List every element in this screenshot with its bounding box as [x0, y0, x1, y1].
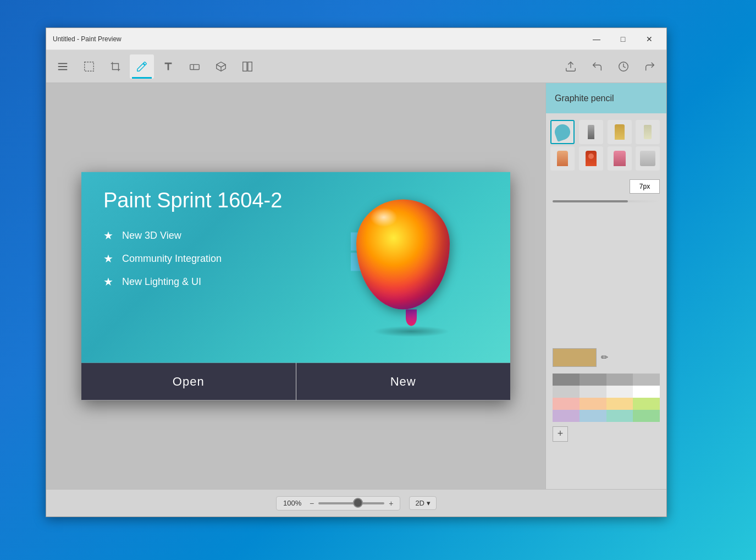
- crop-tool-button[interactable]: [103, 54, 128, 79]
- draw-tool-button[interactable]: [130, 54, 154, 79]
- brush-size-row: 7px: [546, 177, 666, 196]
- star-icon-3: ★: [103, 275, 113, 288]
- text-tool-button[interactable]: [156, 54, 180, 79]
- ball-pin: [406, 310, 417, 326]
- status-bar: 100% − + 2D ▾: [46, 489, 666, 517]
- canvas-area[interactable]: Paint Sprint 1604-2 ★ New 3D View ★ Comm…: [46, 83, 545, 489]
- svg-rect-8: [248, 62, 252, 71]
- splash-dialog: Paint Sprint 1604-2 ★ New 3D View ★ Comm…: [81, 172, 510, 400]
- current-color-swatch[interactable]: [553, 348, 597, 367]
- panel-header: Graphite pencil: [546, 83, 666, 113]
- history-button[interactable]: [611, 54, 636, 79]
- brushes-grid: [546, 113, 666, 177]
- brush-item-4[interactable]: [636, 120, 660, 144]
- toolbar: [46, 50, 666, 83]
- brush-size-value: 7px: [639, 183, 650, 190]
- opacity-slider[interactable]: [553, 200, 660, 202]
- right-panel: Graphite pencil: [545, 83, 666, 489]
- menu-button[interactable]: [51, 54, 75, 79]
- palette-cell[interactable]: [606, 386, 633, 398]
- content-area: Paint Sprint 1604-2 ★ New 3D View ★ Comm…: [46, 83, 666, 489]
- brush-item-5[interactable]: [550, 146, 575, 171]
- minimize-button[interactable]: —: [584, 31, 609, 47]
- palette-cell[interactable]: [633, 374, 660, 386]
- undo-button[interactable]: [585, 54, 609, 79]
- zoom-slider-thumb[interactable]: [353, 498, 363, 508]
- open-button[interactable]: Open: [81, 363, 296, 400]
- 3d-ball: [356, 200, 466, 321]
- panel-title: Graphite pencil: [555, 94, 614, 103]
- pencil-icon[interactable]: ✏: [601, 352, 608, 363]
- feature-2-label: Community Integration: [122, 252, 222, 264]
- palette-cell[interactable]: [606, 410, 633, 422]
- palette-cell[interactable]: [606, 398, 633, 410]
- brush-item-3[interactable]: [608, 120, 632, 144]
- zoom-slider[interactable]: [318, 502, 384, 504]
- palette-cell[interactable]: [580, 374, 606, 386]
- erase-tool-button[interactable]: [183, 54, 207, 79]
- toolbar-right: [559, 54, 662, 79]
- feature-1-label: New 3D View: [122, 229, 181, 241]
- palette-cell[interactable]: [553, 398, 580, 410]
- select-tool-button[interactable]: [77, 54, 101, 79]
- splash-main: Paint Sprint 1604-2 ★ New 3D View ★ Comm…: [81, 172, 510, 363]
- brush-item-2[interactable]: [579, 120, 603, 144]
- brush-item-7[interactable]: [608, 146, 632, 171]
- panel-spacer: [546, 207, 666, 344]
- star-icon-2: ★: [103, 252, 113, 265]
- window-controls: — □ ✕: [584, 31, 662, 47]
- ball-body: [356, 200, 450, 310]
- zoom-minus-icon[interactable]: −: [310, 499, 314, 508]
- view-mode-selector[interactable]: 2D ▾: [409, 496, 437, 510]
- brush-size-box[interactable]: 7px: [630, 179, 660, 194]
- palette-cell[interactable]: [633, 398, 660, 410]
- palette-cell[interactable]: [633, 410, 660, 422]
- brush-item-8[interactable]: [636, 146, 660, 171]
- ball-shine: [370, 208, 398, 227]
- palette-cell[interactable]: [580, 398, 606, 410]
- ball-shadow: [373, 326, 450, 337]
- current-color-row: ✏: [553, 348, 660, 367]
- new-button[interactable]: New: [296, 363, 511, 400]
- window-title: Untitled - Paint Preview: [53, 35, 122, 43]
- palette-cell[interactable]: [580, 386, 606, 398]
- view-mode-label: 2D: [415, 499, 424, 507]
- splash-3d-ball-area: [329, 178, 494, 343]
- zoom-plus-icon[interactable]: +: [389, 499, 393, 508]
- redo-button[interactable]: [638, 54, 662, 79]
- feature-3-label: New Lighting & UI: [122, 276, 201, 287]
- palette-cell[interactable]: [553, 386, 580, 398]
- svg-rect-7: [243, 62, 247, 71]
- title-bar: Untitled - Paint Preview — □ ✕: [46, 28, 666, 50]
- 3d-tool-button[interactable]: [209, 54, 233, 79]
- svg-rect-4: [190, 64, 200, 69]
- star-icon-1: ★: [103, 229, 113, 242]
- opacity-track: [553, 200, 628, 202]
- add-color-button[interactable]: +: [553, 426, 568, 442]
- view-mode-arrow: ▾: [427, 499, 431, 507]
- main-window: Untitled - Paint Preview — □ ✕: [46, 28, 667, 517]
- close-button[interactable]: ✕: [637, 31, 662, 47]
- brush-item-1[interactable]: [550, 120, 575, 144]
- svg-rect-3: [85, 62, 94, 71]
- brush-item-6[interactable]: [579, 146, 603, 171]
- palette-cell[interactable]: [553, 374, 580, 386]
- opacity-area: [546, 196, 666, 207]
- color-section: ✏: [546, 344, 666, 490]
- maximize-button[interactable]: □: [610, 31, 636, 47]
- effects-tool-button[interactable]: [235, 54, 260, 79]
- export-button[interactable]: [559, 54, 583, 79]
- palette-cell[interactable]: [580, 410, 606, 422]
- palette-cell[interactable]: [606, 374, 633, 386]
- zoom-control: 100% − +: [276, 496, 400, 510]
- color-palette: [553, 374, 660, 422]
- palette-cell[interactable]: [633, 386, 660, 398]
- palette-cell[interactable]: [553, 410, 580, 422]
- zoom-value: 100%: [283, 499, 305, 507]
- splash-buttons: Open New: [81, 363, 510, 400]
